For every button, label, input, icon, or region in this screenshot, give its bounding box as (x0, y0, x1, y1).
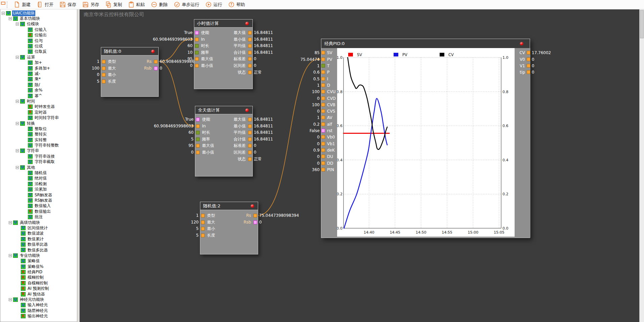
tree-item--[interactable]: U运算 (0, 54, 77, 60)
tree-item--[interactable]: U区间值统计 (0, 225, 77, 231)
output-port[interactable] (248, 144, 252, 148)
scrollbar-thumb[interactable] (640, 10, 644, 38)
input-port[interactable] (321, 116, 325, 119)
tree-item--[interactable]: U绝对值 (0, 176, 77, 181)
tree-item--[interactable]: U乘* (0, 77, 77, 82)
input-port[interactable] (321, 142, 325, 146)
tree-item--[interactable]: U位或 (0, 43, 77, 49)
tree-item--[interactable]: U转换 (0, 121, 77, 126)
tree-item--[interactable]: U数值单比选 (0, 242, 77, 247)
tree-item--[interactable]: U整取位 (0, 126, 77, 131)
toolbar-open-button[interactable]: 打开 (34, 0, 56, 9)
tree-item--[interactable]: U其他 (0, 165, 77, 170)
input-port[interactable] (321, 96, 325, 100)
tree-item--[interactable]: U整转实 (0, 132, 77, 137)
tree-item--[interactable]: U减- (0, 71, 77, 76)
tree-item--[interactable]: U输入神经元 (0, 303, 77, 308)
block-title-bar[interactable]: 随机值:0 (101, 47, 158, 55)
output-port[interactable] (248, 137, 252, 141)
tree-item--[interactable]: U沿检测 (0, 181, 77, 187)
tree-item--[interactable]: U数值累计 (0, 236, 77, 242)
tree-item--[interactable]: U多路加+ (0, 66, 77, 71)
function-block-day[interactable]: 全天值计算使能TrueIn60.9084693998603时长60频率5最大值9… (195, 106, 253, 176)
tree-item--[interactable]: U策略值 (0, 258, 77, 264)
tree-item--[interactable]: U字符串转整数 (0, 143, 77, 148)
tree-item--[interactable]: U基本功能块 (0, 16, 77, 21)
expand-toggle-icon[interactable] (2, 12, 5, 15)
strategy-canvas[interactable]: 南京华米云控科技有限公司 随机值:0类型1最大100最小0长度5Rs60.908… (80, 9, 639, 322)
function-block-hour[interactable]: 小时值计算使能TrueIn60.9084693998603时长60频率10最大值… (194, 19, 253, 89)
input-port[interactable] (321, 70, 325, 74)
tree-item--[interactable]: U批注 (0, 214, 77, 219)
output-port[interactable] (248, 118, 252, 121)
expand-toggle-icon[interactable] (16, 166, 19, 169)
tree-item--[interactable]: U幂^ (0, 93, 77, 98)
input-port[interactable] (321, 129, 325, 132)
tree-item--[interactable]: U数值多比选 (0, 247, 77, 253)
tree-item--[interactable]: U时间转字符串 (0, 115, 77, 120)
output-port[interactable] (248, 57, 252, 61)
toolbar-copy-button[interactable]: 复制 (102, 0, 125, 9)
expand-toggle-icon[interactable] (9, 298, 12, 301)
output-port[interactable] (248, 71, 252, 74)
output-port[interactable] (248, 38, 252, 41)
toolbar-delete-button[interactable]: 删除 (148, 0, 171, 9)
output-port[interactable] (154, 67, 158, 70)
input-port[interactable] (321, 155, 325, 158)
tree-item--[interactable]: U字符串连接 (0, 154, 77, 159)
pid-title-bar[interactable]: 经典PID:0 (321, 39, 530, 48)
block-title-bar[interactable]: 全天值计算 (195, 106, 252, 114)
tree-item--[interactable]: R模糊控制 (0, 275, 77, 280)
input-port[interactable] (321, 51, 325, 54)
tree-item--[interactable]: U加+ (0, 60, 77, 66)
tree-item--[interactable]: U除/ (0, 82, 77, 87)
expand-toggle-icon[interactable] (9, 221, 12, 224)
tree-item--[interactable]: U专业功能块 (0, 253, 77, 258)
tree-item--[interactable]: R自模糊控制 (0, 280, 77, 286)
tree-item--[interactable]: U时间 (0, 98, 77, 104)
toolbar-new-button[interactable]: 新建 (11, 0, 34, 9)
output-port[interactable] (527, 57, 530, 61)
output-port[interactable] (527, 51, 530, 54)
output-port[interactable] (248, 31, 252, 35)
output-port[interactable] (527, 70, 530, 74)
tree-item--[interactable]: U字符串 (0, 148, 77, 154)
tree-item--[interactable]: U位模块 (0, 22, 77, 27)
expand-toggle-icon[interactable] (16, 100, 19, 103)
input-port[interactable] (321, 90, 325, 93)
toolbar-help-button[interactable]: ?帮助 (225, 0, 248, 9)
tree-item-UAIC-[interactable]: UUAIC功能块 (0, 10, 77, 16)
output-port[interactable] (248, 131, 252, 134)
tree-item-AI-[interactable]: RAI 预测控制 (0, 286, 77, 291)
tree-item--[interactable]: R输出神经元 (0, 313, 77, 319)
input-port[interactable] (201, 234, 205, 237)
tree-item--PID[interactable]: R经典PID (0, 269, 77, 275)
input-port[interactable] (321, 83, 325, 87)
expand-toggle-icon[interactable] (9, 17, 12, 20)
tree-item-SR-[interactable]: USR触发器 (0, 192, 77, 198)
toolbar-run-button[interactable]: 运行 (202, 0, 225, 9)
input-port[interactable] (321, 135, 325, 139)
tree-item--[interactable]: R位输出 (0, 33, 77, 38)
toolbar-saveas-button[interactable]: 另存 (79, 0, 102, 9)
tree-item-RS-[interactable]: URS触发器 (0, 198, 77, 203)
expand-toggle-icon[interactable] (16, 56, 19, 59)
tree-item--[interactable]: U策略值% (0, 264, 77, 269)
tree-item-AI-[interactable]: RAI 预估器 (0, 291, 77, 297)
block-title-bar[interactable]: 小时值计算 (194, 19, 252, 28)
tree-item--[interactable]: U实转整 (0, 137, 77, 143)
output-port[interactable] (527, 64, 530, 68)
function-block-rand2[interactable]: 随机值:2类型1最大120最小5长度5Rs75.0447398098394Rsb… (200, 202, 258, 254)
tree-item--[interactable]: R时钟发生器 (0, 104, 77, 110)
input-port[interactable] (321, 103, 325, 107)
input-port[interactable] (102, 73, 106, 77)
toolbar-paste-button[interactable]: 粘贴 (125, 0, 148, 9)
canvas-vertical-scrollbar[interactable] (639, 9, 644, 322)
input-port[interactable] (321, 64, 325, 68)
tree-item--[interactable]: U高级功能块 (0, 220, 77, 225)
tree-item--[interactable]: U沿累加 (0, 187, 77, 192)
tree-item--[interactable]: R数值输出 (0, 209, 77, 214)
output-port[interactable] (253, 214, 257, 217)
input-port[interactable] (201, 227, 205, 231)
tree-item--[interactable]: U神经元功能块 (0, 297, 77, 302)
